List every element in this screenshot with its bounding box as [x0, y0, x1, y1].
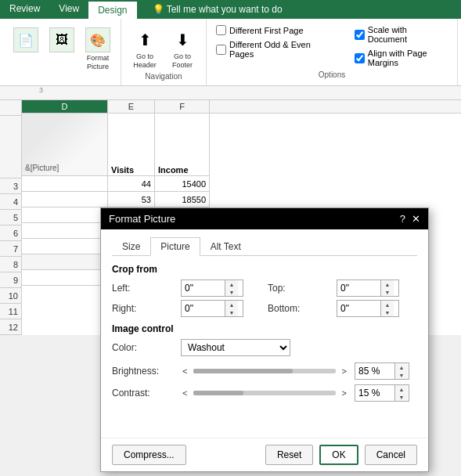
income-header-cell: Income — [155, 114, 210, 176]
row-header-8: 8 — [0, 257, 22, 272]
tab-view[interactable]: View — [49, 0, 88, 19]
row-header-7: 7 — [0, 241, 22, 257]
tab-design[interactable]: Design — [88, 0, 136, 19]
options-group-label: Options — [216, 70, 448, 79]
dialog-close-btn[interactable]: ✕ — [412, 213, 420, 225]
tell-me-label: Tell me what you want to do — [167, 4, 283, 15]
row-header-4: 4 — [0, 194, 22, 210]
tab-review[interactable]: Review — [0, 0, 49, 19]
top-down-arrow[interactable]: ▼ — [381, 288, 394, 296]
left-down-arrow[interactable]: ▼ — [225, 288, 238, 296]
brightness-up-arrow[interactable]: ▲ — [395, 363, 408, 371]
bottom-label: Bottom: — [268, 303, 330, 314]
contrast-input[interactable]: ▲ ▼ — [355, 384, 409, 402]
different-first-page-checkbox[interactable] — [216, 25, 226, 35]
color-label: Color: — [112, 342, 175, 353]
right-up-arrow[interactable]: ▲ — [225, 301, 238, 308]
right-down-arrow[interactable]: ▼ — [225, 308, 238, 316]
right-label: Right: — [112, 303, 175, 314]
row-header-5: 5 — [0, 210, 22, 225]
ruler-mark-3: 3 — [39, 86, 43, 94]
bottom-up-arrow[interactable]: ▲ — [381, 301, 394, 308]
contrast-slider-row: < > — [181, 388, 348, 398]
crop-from-fields: Left: ▲ ▼ Top: ▲ ▼ — [112, 279, 417, 317]
brightness-fill — [193, 369, 293, 373]
top-input[interactable]: ▲ ▼ — [337, 279, 399, 297]
visits-header-cell: Visits — [108, 114, 155, 176]
brightness-track[interactable] — [193, 369, 335, 373]
navigation-group-label: Navigation — [145, 72, 182, 81]
scale-with-doc-checkbox[interactable] — [355, 30, 365, 40]
top-label: Top: — [268, 283, 330, 294]
contrast-track[interactable] — [193, 391, 335, 395]
reset-btn[interactable]: Reset — [265, 445, 313, 465]
cancel-btn[interactable]: Cancel — [365, 445, 417, 465]
left-value — [182, 280, 225, 296]
row-header-10: 10 — [0, 288, 22, 304]
bottom-down-arrow[interactable]: ▼ — [381, 308, 394, 316]
ok-btn[interactable]: OK — [319, 445, 358, 465]
different-odd-even-checkbox-label: Different Odd & Even Pages — [216, 40, 323, 59]
col-header-f: F — [155, 100, 210, 113]
color-dropdown[interactable]: Automatic Grayscale Black & White Washou… — [181, 339, 290, 356]
contrast-up-arrow[interactable]: ▲ — [395, 385, 408, 393]
top-value — [337, 280, 380, 296]
table-row: 44 15400 — [22, 176, 461, 192]
row-header-2 — [0, 116, 22, 178]
dialog-title: Format Picture — [109, 213, 175, 225]
brightness-increase-btn[interactable]: > — [340, 366, 348, 376]
format-picture-icon-btn[interactable]: 🎨 FormatPicture — [81, 25, 114, 74]
brightness-label: Brightness: — [112, 366, 175, 377]
image-control-label: Image control — [112, 323, 417, 334]
crop-from-label: Crop from — [112, 264, 417, 275]
row-header-12: 12 — [0, 319, 22, 335]
brightness-down-arrow[interactable]: ▼ — [395, 371, 408, 379]
contrast-decrease-btn[interactable]: < — [181, 388, 189, 398]
dialog-title-bar: Format Picture ? ✕ — [101, 208, 428, 229]
tab-picture[interactable]: Picture — [150, 237, 200, 256]
dialog-bottom-bar: Compress... Reset OK Cancel — [101, 438, 428, 471]
picture-cell: &[Picture] — [22, 114, 108, 176]
different-first-page-checkbox-label: Different First Page — [216, 25, 323, 35]
contrast-fill — [193, 391, 243, 395]
different-odd-even-checkbox[interactable] — [216, 45, 226, 55]
sheet-icon-btn[interactable]: 📄 — [9, 25, 42, 74]
row-header-1 — [0, 100, 22, 116]
align-page-margins-checkbox[interactable] — [355, 53, 365, 63]
dialog-help-btn[interactable]: ? — [400, 213, 405, 225]
bottom-input[interactable]: ▲ ▼ — [337, 300, 399, 317]
brightness-input[interactable]: ▲ ▼ — [355, 362, 409, 380]
left-up-arrow[interactable]: ▲ — [225, 280, 238, 288]
table-row: 53 18550 — [22, 192, 461, 207]
brightness-slider-row: < > — [181, 366, 348, 376]
top-up-arrow[interactable]: ▲ — [381, 280, 394, 288]
compress-btn[interactable]: Compress... — [112, 445, 186, 465]
left-input[interactable]: ▲ ▼ — [181, 279, 243, 297]
scale-with-doc-checkbox-label: Scale with Document — [355, 25, 448, 44]
row-header-6: 6 — [0, 225, 22, 241]
contrast-value — [355, 385, 394, 401]
picture-placeholder: &[Picture] — [25, 164, 59, 172]
contrast-label: Contrast: — [112, 388, 175, 398]
right-input[interactable]: ▲ ▼ — [181, 300, 243, 317]
row-header-9: 9 — [0, 272, 22, 288]
left-label: Left: — [112, 283, 175, 294]
row-header-11: 11 — [0, 304, 22, 319]
brightness-decrease-btn[interactable]: < — [181, 366, 189, 376]
contrast-down-arrow[interactable]: ▼ — [395, 393, 408, 401]
contrast-increase-btn[interactable]: > — [340, 388, 348, 398]
picture-icon-btn[interactable]: 🖼 — [45, 25, 78, 74]
col-header-d: D — [22, 100, 108, 113]
bottom-value — [337, 301, 380, 316]
tab-alt-text[interactable]: Alt Text — [200, 237, 251, 255]
right-value — [182, 301, 225, 316]
go-to-header-btn[interactable]: ⬆ Go toHeader — [129, 26, 160, 71]
format-picture-dialog: Format Picture ? ✕ Size Picture Alt Text… — [100, 207, 429, 472]
align-page-margins-checkbox-label: Align with Page Margins — [355, 49, 448, 67]
brightness-value — [355, 363, 394, 379]
row-header-3: 3 — [0, 178, 22, 194]
col-header-e: E — [108, 100, 155, 113]
go-to-footer-btn[interactable]: ⬇ Go toFooter — [167, 26, 198, 71]
dialog-tabs: Size Picture Alt Text — [112, 237, 417, 256]
tab-size[interactable]: Size — [112, 237, 150, 255]
